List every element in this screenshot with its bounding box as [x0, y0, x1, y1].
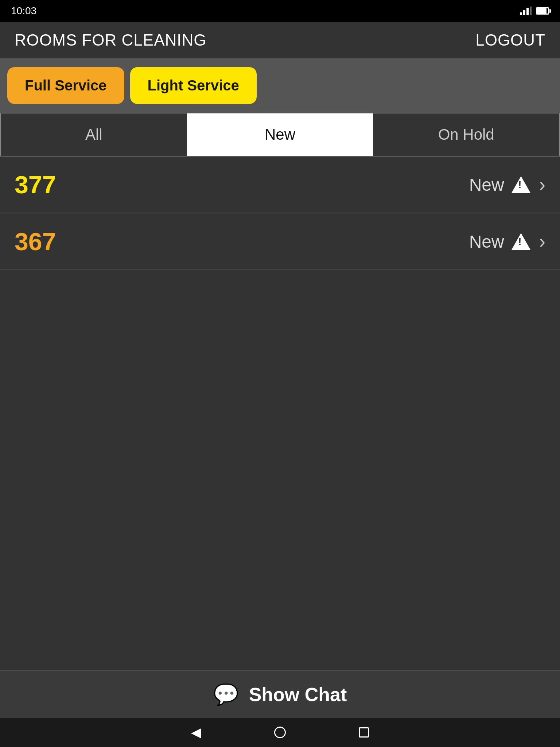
nav-home-button[interactable]	[274, 727, 286, 738]
svg-rect-2	[526, 8, 529, 15]
tab-full-service[interactable]: Full Service	[7, 67, 124, 104]
signal-icon	[520, 7, 532, 15]
service-tabs-container: Full Service Light Service	[0, 58, 560, 113]
status-time: 10:03	[11, 5, 36, 17]
show-chat-label: Show Chat	[249, 684, 347, 705]
android-nav-bar: ◀	[0, 718, 560, 747]
logout-button[interactable]: LOGOUT	[475, 31, 545, 49]
room-list: 377 New › 367 New ›	[0, 156, 560, 670]
status-bar: 10:03	[0, 0, 560, 22]
room-status-label-377: New	[469, 175, 504, 195]
status-icons	[520, 7, 549, 15]
empty-area	[0, 270, 560, 599]
room-status-367: New	[469, 232, 530, 252]
svg-rect-1	[523, 10, 525, 15]
room-item-367[interactable]: 367 New ›	[0, 213, 560, 270]
room-number-367: 367	[15, 227, 56, 256]
room-number-377: 377	[15, 170, 56, 199]
room-item-right-367: New ›	[469, 231, 545, 252]
battery-icon	[536, 7, 549, 15]
warning-icon-367	[512, 233, 530, 250]
svg-rect-3	[530, 7, 532, 15]
room-status-377: New	[469, 175, 530, 195]
page-title: ROOMS FOR CLEANING	[15, 31, 207, 49]
warning-icon-377	[512, 176, 530, 193]
chevron-right-367: ›	[539, 231, 545, 252]
svg-rect-0	[520, 12, 522, 15]
filter-tab-onhold[interactable]: On Hold	[373, 113, 559, 156]
filter-tab-new[interactable]: New	[187, 113, 373, 156]
room-item-right-377: New ›	[469, 174, 545, 196]
header: ROOMS FOR CLEANING LOGOUT	[0, 22, 560, 58]
bottom-bar[interactable]: 💬 Show Chat	[0, 670, 560, 718]
nav-recent-button[interactable]	[359, 727, 369, 738]
room-status-label-367: New	[469, 232, 504, 252]
nav-back-button[interactable]: ◀	[191, 725, 201, 740]
filter-tab-all[interactable]: All	[1, 113, 187, 156]
filter-tabs-container: All New On Hold	[0, 113, 560, 156]
chat-bubble-icon: 💬	[213, 682, 239, 707]
tab-light-service[interactable]: Light Service	[130, 67, 257, 104]
room-item-377[interactable]: 377 New ›	[0, 156, 560, 213]
chevron-right-377: ›	[539, 174, 545, 196]
